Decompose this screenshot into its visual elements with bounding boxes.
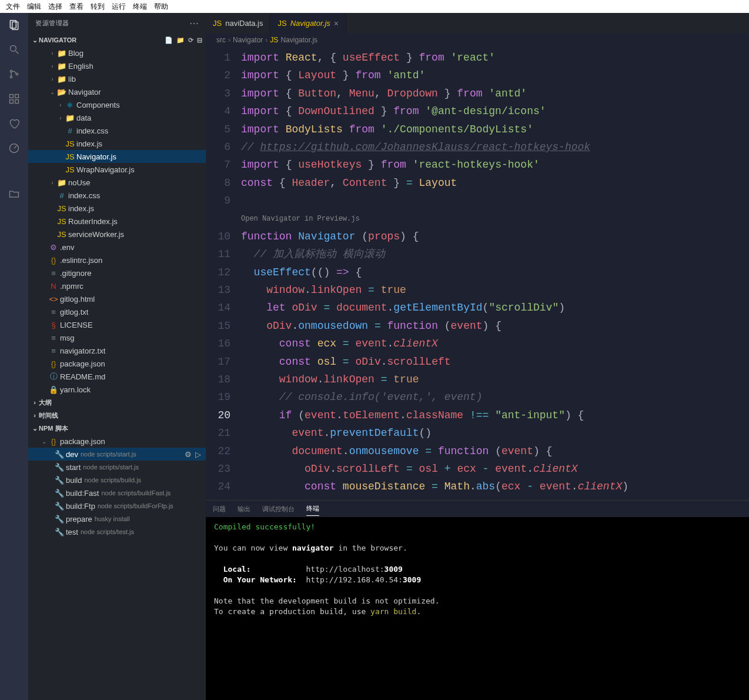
folder-item[interactable]: ›📁lib (28, 72, 206, 85)
file-item[interactable]: ≡gitlog.txt (28, 305, 206, 318)
heart-icon[interactable] (7, 116, 21, 131)
folder-item[interactable]: ›⚛Components (28, 98, 206, 111)
file-item[interactable]: §LICENSE (28, 318, 206, 331)
search-icon[interactable] (7, 42, 21, 56)
bottom-panel: 问题 输出 调试控制台 终端 Compiled successfully! Yo… (206, 500, 749, 700)
project-section[interactable]: ⌄ NAVIGATOR 📄 📁 ⟳ ⊟ (28, 34, 206, 46)
file-item[interactable]: #index.css (28, 189, 206, 202)
info-icon: ⓘ (48, 371, 59, 382)
lock-icon: 🔒 (48, 385, 59, 394)
menu-view[interactable]: 查看 (66, 2, 87, 12)
js-icon: JS (270, 36, 278, 44)
json-icon: {} (48, 437, 59, 446)
script-cmd: node scripts/start.js (81, 451, 136, 458)
breadcrumb-item[interactable]: Navigator (233, 36, 263, 44)
tree-label: Navigator (68, 88, 101, 96)
folder-item[interactable]: ›📁noUse (28, 176, 206, 189)
tab-navidata[interactable]: JS naviData.js (206, 13, 270, 34)
file-item[interactable]: ≡msg (28, 331, 206, 344)
file-item[interactable]: #index.css (28, 124, 206, 137)
npm-script-item[interactable]: 🔧startnode scripts/start.js (28, 461, 206, 474)
file-item[interactable]: ⓘREADME.md (28, 370, 206, 383)
file-item[interactable]: N.npmrc (28, 279, 206, 292)
panel-tab-debug[interactable]: 调试控制台 (262, 502, 295, 516)
close-icon[interactable]: × (334, 19, 339, 28)
folder-open-icon: 📂 (56, 88, 67, 96)
file-item[interactable]: ⚙.env (28, 241, 206, 254)
menu-select[interactable]: 选择 (45, 2, 66, 12)
npm-script-item[interactable]: 🔧build:Fastnode scripts/buildFast.js (28, 486, 206, 499)
menu-help[interactable]: 帮助 (151, 2, 172, 12)
source-control-icon[interactable] (7, 67, 21, 81)
panel-tab-output[interactable]: 输出 (238, 502, 250, 516)
npm-package-item[interactable]: ⌄{}package.json (28, 435, 206, 448)
collapse-icon[interactable]: ⊟ (197, 36, 202, 44)
tree-label: package.json (60, 437, 105, 446)
npm-script-item[interactable]: 🔧preparehusky install (28, 512, 206, 525)
folder-item[interactable]: ›📁Blog (28, 46, 206, 59)
menu-file[interactable]: 文件 (2, 2, 24, 12)
folder-item[interactable]: ›📁data (28, 111, 206, 124)
panel-tab-problems[interactable]: 问题 (213, 502, 226, 516)
folder-item[interactable]: ›📁English (28, 59, 206, 72)
new-file-icon[interactable]: 📄 (165, 36, 173, 44)
npm-scripts-tree: ⌄{}package.json🔧devnode scripts/start.js… (28, 435, 206, 538)
new-folder-icon[interactable]: 📁 (176, 36, 185, 44)
debug-icon[interactable]: ⚙ (185, 450, 192, 459)
script-cmd: node scripts/start.js (83, 464, 139, 471)
npm-script-item[interactable]: 🔧buildnode scripts/build.js (28, 474, 206, 486)
file-item[interactable]: JSindex.js (28, 202, 206, 215)
tree-label: gitlog.txt (60, 308, 88, 316)
menu-terminal[interactable]: 终端 (129, 2, 151, 12)
codelens-link[interactable]: Open Navigator in Preview.js (241, 210, 749, 228)
svg-rect-7 (10, 95, 14, 98)
txt-icon: ≡ (48, 269, 59, 278)
file-item[interactable]: JSRouterIndex.js (28, 215, 206, 228)
explorer-icon[interactable] (7, 18, 21, 32)
tree-label: .npmrc (60, 282, 83, 291)
run-icon[interactable]: ▷ (195, 450, 201, 459)
file-item[interactable]: JSindex.js (28, 137, 206, 150)
file-item[interactable]: JSserviceWorker.js (28, 228, 206, 241)
timeline-section[interactable]: ›时间线 (28, 409, 206, 422)
terminal-output[interactable]: Compiled successfully! You can now view … (206, 517, 749, 700)
npm-script-item[interactable]: 🔧devnode scripts/start.js⚙▷ (28, 448, 206, 461)
file-item[interactable]: <>gitlog.html (28, 292, 206, 305)
dashboard-icon[interactable] (7, 141, 21, 155)
menu-run[interactable]: 运行 (108, 2, 129, 12)
file-item[interactable]: JSNavigator.js (28, 150, 206, 163)
file-item[interactable]: ≡.gitignore (28, 266, 206, 279)
tree-label: index.css (68, 191, 100, 200)
json-icon: {} (48, 359, 59, 368)
file-item[interactable]: {}package.json (28, 357, 206, 370)
folder-item[interactable]: ⌄📂Navigator (28, 85, 206, 98)
file-item[interactable]: ≡navigatorz.txt (28, 344, 206, 357)
more-icon[interactable]: ⋯ (189, 18, 199, 29)
tree-label: Components (76, 101, 120, 109)
breadcrumb-item[interactable]: src (216, 36, 226, 44)
wrench-icon: 🔧 (54, 515, 65, 524)
extensions-icon[interactable] (7, 92, 21, 106)
txt-icon: ≡ (48, 346, 59, 355)
sidebar-title: 资源管理器 (35, 19, 69, 28)
folder-icon[interactable] (7, 187, 21, 201)
tab-navigator[interactable]: JS Navigator.js × (270, 13, 346, 34)
panel-tab-terminal[interactable]: 终端 (306, 502, 319, 516)
code-content[interactable]: import React, { useEffect } from 'react'… (241, 46, 749, 500)
file-item[interactable]: JSWrapNavigator.js (28, 163, 206, 176)
file-item[interactable]: 🔒yarn.lock (28, 383, 206, 396)
npm-scripts-section[interactable]: ⌄NPM 脚本 (28, 422, 206, 435)
css-icon: # (65, 126, 75, 135)
file-item[interactable]: {}.eslintrc.json (28, 254, 206, 266)
npm-script-item[interactable]: 🔧build:Ftpnode scripts/buildForFtp.js (28, 499, 206, 512)
npm-script-item[interactable]: 🔧testnode scripts/test.js (28, 525, 206, 538)
breadcrumb-item[interactable]: Navigator.js (280, 36, 317, 44)
js-icon: JS (65, 152, 75, 161)
menu-goto[interactable]: 转到 (87, 2, 108, 12)
outline-section[interactable]: ›大纲 (28, 396, 206, 409)
tree-label: WrapNavigator.js (76, 165, 135, 174)
refresh-icon[interactable]: ⟳ (188, 36, 193, 44)
menu-edit[interactable]: 编辑 (24, 2, 45, 12)
code-editor[interactable]: 123456789101112131415161718192021222324 … (206, 46, 749, 500)
breadcrumbs[interactable]: src› Navigator› JS Navigator.js (206, 34, 749, 46)
